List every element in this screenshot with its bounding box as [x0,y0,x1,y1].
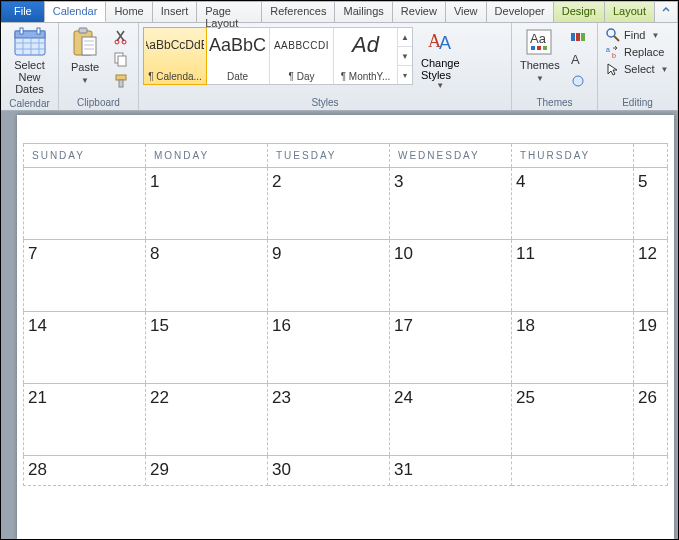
calendar-cell[interactable]: 4 [512,168,634,240]
svg-rect-10 [79,28,87,33]
themes-icon: Aa [525,27,555,57]
tab-mailings[interactable]: Mailings [334,1,392,22]
calendar-cell[interactable]: 21 [24,384,146,456]
chevron-down-icon: ▼ [661,65,669,74]
style-label: ¶ Calenda... [146,71,204,82]
calendar-cell[interactable]: 1 [146,168,268,240]
svg-rect-25 [531,46,535,50]
tab-insert[interactable]: Insert [152,1,198,22]
tab-home[interactable]: Home [105,1,152,22]
ribbon: SelectNew Dates Calendar Paste▼ [1,23,678,111]
calendar-cell[interactable]: 29 [146,456,268,486]
gallery-more-button[interactable]: ▾ [398,66,412,84]
select-new-dates-label-2: New Dates [15,71,44,95]
calendar-cell[interactable]: 10 [390,240,512,312]
calendar-cell[interactable]: 3 [390,168,512,240]
calendar-cell[interactable]: 18 [512,312,634,384]
themes-button[interactable]: Aa Themes▼ [516,25,564,87]
paste-button[interactable]: Paste▼ [63,25,107,89]
svg-point-33 [607,29,615,37]
tab-file[interactable]: File [1,1,45,22]
group-label-calendar: Calendar [5,97,54,111]
calendar-cell[interactable]: 30 [268,456,390,486]
tab-review[interactable]: Review [392,1,446,22]
calendar-cell[interactable] [512,456,634,486]
calendar-cell[interactable]: 19 [634,312,668,384]
calendar-cell[interactable] [24,168,146,240]
svg-rect-27 [543,46,547,50]
calendar-cell[interactable]: 11 [512,240,634,312]
change-styles-button[interactable]: A A Change Styles ▼ [417,25,464,92]
group-label-editing: Editing [602,96,673,110]
style-monthyear[interactable]: Ad ¶ MonthY... [334,28,398,84]
calendar-cell[interactable]: 15 [146,312,268,384]
calendar-cell[interactable]: 2 [268,168,390,240]
calendar-cell[interactable]: 26 [634,384,668,456]
theme-colors-button[interactable] [568,27,588,47]
calendar-cell[interactable]: 22 [146,384,268,456]
cut-button[interactable] [111,27,131,47]
chevron-down-icon: ▼ [436,81,444,90]
gallery-up-button[interactable]: ▲ [398,28,412,47]
group-label-themes: Themes [516,96,593,110]
page: SUNDAY MONDAY TUESDAY WEDNESDAY THURSDAY… [17,115,674,539]
calendar-cell[interactable]: 8 [146,240,268,312]
find-label: Find [624,29,645,41]
tab-layout[interactable]: Layout [604,1,655,22]
group-label-clipboard: Clipboard [63,96,134,110]
header-tuesday: TUESDAY [268,144,390,168]
calendar-cell[interactable]: 16 [268,312,390,384]
theme-effects-button[interactable] [568,71,588,91]
calendar-cell[interactable]: 12 [634,240,668,312]
replace-button[interactable]: ab Replace [602,44,673,60]
calendar-cell[interactable]: 24 [390,384,512,456]
group-label-styles: Styles [143,96,507,110]
calendar-row: 789101112 [24,240,668,312]
tab-references[interactable]: References [261,1,335,22]
calendar-body: 1234578910111214151617181921222324252628… [24,168,668,486]
effects-icon [570,73,586,89]
tab-developer[interactable]: Developer [486,1,554,22]
svg-text:A: A [439,33,451,53]
copy-button[interactable] [111,49,131,69]
gallery-down-button[interactable]: ▼ [398,47,412,66]
tab-page-layout[interactable]: Page Layout [196,1,262,22]
change-styles-icon: A A [425,27,455,57]
calendar-cell[interactable] [634,456,668,486]
calendar-cell[interactable]: 14 [24,312,146,384]
calendar-cell[interactable]: 25 [512,384,634,456]
style-calendar-text[interactable]: AaBbCcDdE ¶ Calenda... [143,27,207,85]
group-styles: AaBbCcDdE ¶ Calenda... AaBbC Date AABBCC… [139,23,512,110]
calendar-row: 28293031 [24,456,668,486]
chevron-down-icon: ▼ [81,76,89,85]
select-new-dates-button[interactable]: SelectNew Dates [5,25,54,97]
calendar-table[interactable]: SUNDAY MONDAY TUESDAY WEDNESDAY THURSDAY… [23,143,668,486]
calendar-cell[interactable]: 23 [268,384,390,456]
calendar-cell[interactable]: 28 [24,456,146,486]
style-day[interactable]: AABBCCDI ¶ Day [270,28,334,84]
calendar-cell[interactable]: 31 [390,456,512,486]
select-new-dates-label-1: Select [14,59,45,71]
tab-view[interactable]: View [445,1,487,22]
calendar-row: 12345 [24,168,668,240]
calendar-cell[interactable]: 5 [634,168,668,240]
theme-fonts-button[interactable]: A [568,49,588,69]
style-date[interactable]: AaBbC Date [206,28,270,84]
svg-point-32 [573,76,583,86]
calendar-cell[interactable]: 7 [24,240,146,312]
svg-rect-3 [37,28,40,34]
styles-gallery[interactable]: AaBbCcDdE ¶ Calenda... AaBbC Date AABBCC… [143,27,413,85]
themes-label: Themes [520,59,560,71]
style-preview: AaBbC [208,32,267,58]
collapse-ribbon-button[interactable] [654,1,678,22]
tab-design[interactable]: Design [553,1,605,22]
tab-calendar[interactable]: Calendar [44,1,107,22]
header-monday: MONDAY [146,144,268,168]
style-label: Date [208,71,267,82]
select-button[interactable]: Select ▼ [602,61,673,77]
find-button[interactable]: Find ▼ [602,27,673,43]
calendar-cell[interactable]: 9 [268,240,390,312]
calendar-cell[interactable]: 17 [390,312,512,384]
svg-text:A: A [571,52,580,67]
format-painter-button[interactable] [111,71,131,91]
